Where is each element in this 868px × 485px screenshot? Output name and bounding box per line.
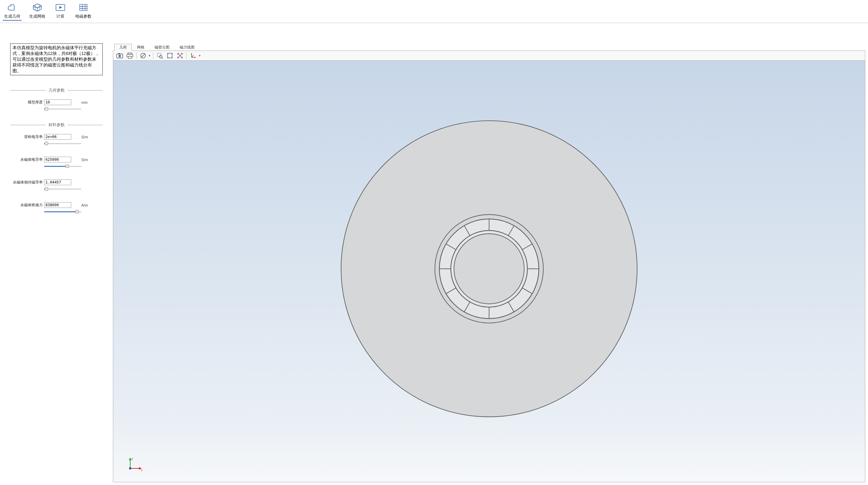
ribbon-label: 生成网格 [29, 14, 45, 19]
ribbon-toolbar: 生成几何 生成网格 计算 [0, 0, 868, 23]
ribbon-label: 电磁参数 [75, 14, 92, 19]
viewer-toolbar: ▼ ▼ [113, 51, 865, 61]
svg-text:x: x [141, 468, 143, 472]
tab-geometry[interactable]: 几何 [114, 44, 132, 51]
pm-permeability-slider[interactable] [44, 187, 81, 191]
thickness-input[interactable] [44, 99, 71, 105]
parameter-panel: 本仿真模型为旋转电机的永磁体平行充磁方式，案例永磁体为12块，共6对极（12极）… [0, 23, 113, 485]
ribbon-compute[interactable]: 计算 [53, 2, 68, 20]
svg-point-3 [119, 55, 121, 57]
unit-am: A/m [71, 203, 85, 207]
chevron-down-icon[interactable]: ▼ [198, 54, 201, 57]
geometry-canvas[interactable]: y x [113, 61, 865, 482]
backiron-conductivity-slider[interactable] [44, 142, 81, 146]
param-label-thickness: 模型厚度 [10, 100, 44, 105]
svg-rect-7 [128, 56, 132, 58]
unit-mm: mm [71, 100, 85, 104]
svg-marker-17 [195, 57, 196, 58]
unit-sm: S/m [71, 135, 85, 139]
svg-line-18 [192, 55, 194, 57]
ribbon-em-params[interactable]: 电磁参数 [74, 2, 93, 20]
tab-flux-lines[interactable]: 磁力线图 [175, 44, 200, 51]
tab-flux-density[interactable]: 磁密云图 [150, 44, 175, 51]
ribbon-label: 生成几何 [4, 14, 20, 19]
svg-rect-10 [157, 53, 161, 57]
svg-line-12 [162, 58, 163, 59]
viewer-tabs: 几何 网格 磁密云图 磁力线图 [113, 43, 865, 51]
param-label-pmcond: 永磁体电导率 [10, 157, 44, 162]
ribbon-generate-mesh[interactable]: 生成网格 [28, 2, 47, 20]
chevron-down-icon[interactable]: ▼ [148, 54, 151, 57]
reset-zoom-button[interactable] [176, 52, 184, 60]
svg-point-23 [454, 234, 524, 304]
geometry-icon [6, 3, 18, 12]
tab-mesh[interactable]: 网格 [132, 44, 150, 51]
param-label-pmmur: 永磁体相对磁导率 [10, 180, 44, 185]
hide-show-button[interactable] [139, 52, 147, 60]
zoom-extents-button[interactable] [165, 52, 174, 60]
model-description: 本仿真模型为旋转电机的永磁体平行充磁方式，案例永磁体为12块，共6对极（12极）… [10, 43, 103, 75]
unit-sm: S/m [71, 158, 85, 162]
svg-marker-15 [191, 53, 192, 54]
motor-geometry-drawing [113, 61, 865, 482]
backiron-conductivity-input[interactable] [44, 134, 71, 140]
axis-gizmo-icon: y x [127, 456, 144, 472]
ribbon-generate-geometry[interactable]: 生成几何 [3, 2, 22, 21]
compute-icon [54, 3, 66, 12]
print-button[interactable] [125, 52, 134, 60]
axis-orient-button[interactable] [189, 52, 198, 60]
pm-conductivity-input[interactable] [44, 157, 71, 162]
svg-marker-37 [129, 458, 132, 460]
svg-rect-5 [128, 53, 132, 54]
table-icon [77, 3, 90, 12]
section-material-params: 材料参数 [10, 122, 103, 128]
svg-rect-4 [118, 53, 120, 54]
param-label-pmhc: 永磁体矫顽力 [10, 202, 44, 208]
mesh-icon [31, 3, 43, 12]
pm-coercivity-input[interactable] [44, 202, 71, 208]
param-label-backiron: 背铁电导率 [10, 134, 44, 139]
thickness-slider[interactable] [44, 107, 81, 111]
pm-permeability-input[interactable] [44, 179, 71, 185]
svg-point-42 [129, 467, 132, 470]
svg-line-9 [141, 54, 145, 58]
svg-text:y: y [132, 457, 133, 460]
pm-conductivity-slider[interactable] [44, 164, 81, 169]
snapshot-button[interactable] [115, 52, 124, 60]
zoom-window-button[interactable] [155, 52, 164, 60]
pm-coercivity-slider[interactable] [44, 210, 81, 214]
ribbon-label: 计算 [56, 14, 64, 19]
viewer-panel: 几何 网格 磁密云图 磁力线图 ▼ [113, 23, 868, 485]
svg-rect-1 [80, 4, 87, 11]
section-geometry-params: 几何参数 [10, 88, 103, 93]
